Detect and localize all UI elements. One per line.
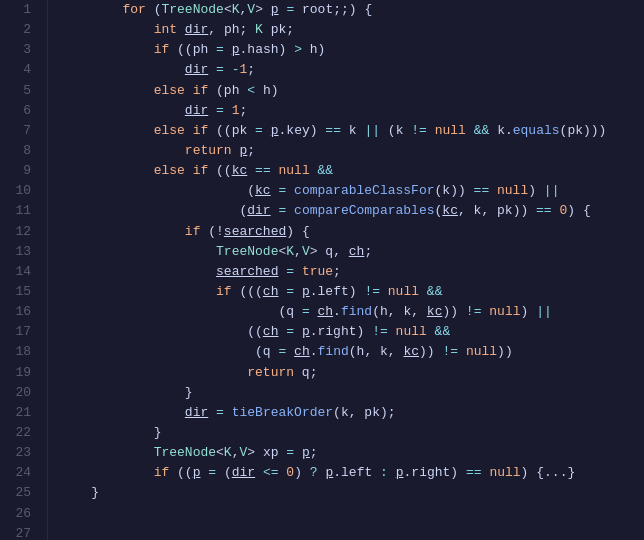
code-line-3: if ((ph = p.hash) > h) (60, 40, 644, 60)
code-line-22: } (60, 423, 644, 443)
code-line-15: if (((ch = p.left) != null && (60, 282, 644, 302)
code-line-9: else if ((kc == null && (60, 161, 644, 181)
code-line-25: if ((p = (dir <= 0) ? p.left : p.right) … (60, 463, 644, 483)
code-line-24: TreeNode<K,V> xp = p; (60, 443, 644, 463)
code-line-17: ((ch = p.right) != null && (60, 322, 644, 342)
code-line-18: (q = ch.find(h, k, kc)) != null)) (60, 342, 644, 362)
code-line-21: dir = tieBreakOrder(k, pk); (60, 403, 644, 423)
code-line-1: for (TreeNode<K,V> p = root;;) { (60, 0, 644, 20)
code-line-26: } (60, 483, 644, 503)
code-line-12: if (!searched) { (60, 222, 644, 242)
code-line-4: dir = -1; (60, 60, 644, 80)
code-editor: 1 2 3 4 5 6 7 8 9 10 11 12 13 14 15 16 1… (0, 0, 644, 540)
code-line-19: return q; (60, 363, 644, 383)
code-line-2: int dir, ph; K pk; (60, 20, 644, 40)
code-line-10: (kc = comparableClassFor(k)) == null) || (60, 181, 644, 201)
code-line-13: TreeNode<K,V> q, ch; (60, 242, 644, 262)
line-numbers: 1 2 3 4 5 6 7 8 9 10 11 12 13 14 15 16 1… (0, 0, 48, 540)
code-line-16: (q = ch.find(h, k, kc)) != null) || (60, 302, 644, 322)
code-line-14: searched = true; (60, 262, 644, 282)
code-line-20: } (60, 383, 644, 403)
code-line-5: else if (ph < h) (60, 81, 644, 101)
code-line-11: (dir = compareComparables(kc, k, pk)) ==… (60, 201, 644, 221)
code-line-6: dir = 1; (60, 101, 644, 121)
code-line-7: else if ((pk = p.key) == k || (k != null… (60, 121, 644, 141)
code-line-8: return p; (60, 141, 644, 161)
code-lines: for (TreeNode<K,V> p = root;;) { int dir… (48, 0, 644, 540)
